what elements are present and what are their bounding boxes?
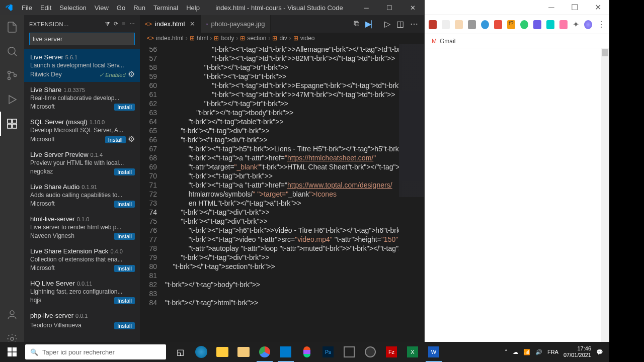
extensions-puzzle-icon[interactable]: ✦ <box>573 20 579 29</box>
chrome-profile-avatar[interactable] <box>584 20 592 29</box>
breadcrumb[interactable]: <> index.html› ⊞html› ⊞body› ⊞section› ⊞… <box>140 33 424 44</box>
extension-item[interactable]: html-live-server0.1.0 Live server to ren… <box>24 211 140 243</box>
extension-item[interactable]: Live Server5.6.1 Launch a development lo… <box>24 49 140 82</box>
code-editor[interactable]: 5657585960616263646566676869707172737475… <box>140 44 424 351</box>
close-tab-icon[interactable]: ✕ <box>190 20 195 28</box>
ext-icon[interactable] <box>559 20 568 29</box>
menu-edit[interactable]: Edit <box>36 4 55 12</box>
more-icon[interactable]: ⋯ <box>129 21 135 27</box>
extension-item[interactable]: HQ Live Server0.0.11 Lightning fast, zer… <box>24 276 140 308</box>
chrome-minimize-button[interactable]: ─ <box>540 0 563 15</box>
svg-point-11 <box>11 337 14 340</box>
ext-icon[interactable] <box>481 20 489 29</box>
tray-language[interactable]: FRA <box>547 349 558 355</box>
tab-photo-paysage[interactable]: ▫ photo-paysage.jpg <box>201 15 270 33</box>
taskbar-photoshop-icon[interactable]: Ps <box>318 342 338 362</box>
tray-chevron-icon[interactable]: ˄ <box>505 349 508 355</box>
open-preview-icon[interactable]: ▶⎸ <box>365 19 378 29</box>
tray-notifications-icon[interactable]: 💬 <box>596 349 603 355</box>
ext-icon[interactable] <box>455 20 463 29</box>
taskbar-figma-icon[interactable] <box>297 342 317 362</box>
svg-marker-5 <box>9 96 16 104</box>
menu-go[interactable]: Go <box>113 4 129 12</box>
clear-icon[interactable]: ≡ <box>122 21 125 27</box>
extension-item[interactable]: php-live-server0.0.1 Teodoro VillanuevaI… <box>24 308 140 333</box>
taskbar-search-input[interactable]: 🔍 Taper ici pour rechercher <box>25 344 166 359</box>
compare-icon[interactable]: ⧉ <box>354 19 359 29</box>
tray-volume-icon[interactable]: 🔊 <box>535 349 542 355</box>
menu-run[interactable]: Run <box>129 4 149 12</box>
run-icon[interactable]: ▷ <box>384 19 390 29</box>
menu-terminal[interactable]: Terminal <box>149 4 182 12</box>
svg-rect-7 <box>8 124 12 128</box>
ext-icon[interactable] <box>520 20 528 29</box>
editor-tabs: <> index.html ✕ ▫ photo-paysage.jpg ⧉ ▶⎸… <box>140 15 424 33</box>
maximize-button[interactable]: ☐ <box>378 0 401 15</box>
vscode-logo-icon <box>0 4 18 12</box>
menu-view[interactable]: View <box>91 4 113 12</box>
svg-rect-13 <box>13 347 17 351</box>
chrome-toolbar: f? ✦ ⋮ <box>425 15 609 34</box>
taskbar-word-icon[interactable]: W <box>424 342 444 362</box>
activity-account-icon[interactable] <box>0 303 24 327</box>
ext-icon[interactable] <box>494 20 502 29</box>
taskbar-folder-icon[interactable] <box>233 342 254 362</box>
chrome-close-button[interactable]: ✕ <box>586 0 609 15</box>
minimize-button[interactable]: ─ <box>355 0 378 15</box>
activity-search-icon[interactable] <box>0 39 24 63</box>
start-button[interactable] <box>0 342 24 362</box>
activity-explorer-icon[interactable] <box>0 15 24 39</box>
ext-icon[interactable] <box>468 20 476 29</box>
svg-line-1 <box>14 53 17 56</box>
search-icon: 🔍 <box>30 348 38 356</box>
svg-rect-9 <box>13 119 17 123</box>
svg-point-4 <box>14 74 17 77</box>
tab-index-html[interactable]: <> index.html ✕ <box>140 15 201 33</box>
svg-rect-8 <box>13 124 17 128</box>
svg-rect-6 <box>8 119 12 123</box>
filter-icon[interactable]: ⧩ <box>105 21 110 27</box>
activity-bar <box>0 15 24 351</box>
chrome-page-content <box>425 48 609 362</box>
activity-extensions-icon[interactable] <box>0 112 24 136</box>
taskbar-excel-icon[interactable]: X <box>403 342 423 362</box>
taskbar-explorer-icon[interactable] <box>212 342 232 362</box>
gmail-icon: M <box>432 38 437 45</box>
bookmark-gmail[interactable]: Gmail <box>440 38 455 45</box>
taskbar-app-icon[interactable] <box>339 342 359 362</box>
tray-wifi-icon[interactable]: 📶 <box>523 349 530 355</box>
ext-icon[interactable] <box>442 20 450 29</box>
taskbar-app-icon[interactable] <box>360 342 380 362</box>
activity-run-debug-icon[interactable] <box>0 87 24 112</box>
tab-label: index.html <box>155 20 185 28</box>
minimap[interactable] <box>399 44 424 351</box>
task-view-icon[interactable]: ◱ <box>170 342 190 362</box>
taskbar-chrome-icon[interactable] <box>255 342 275 362</box>
menu-help[interactable]: Help <box>182 4 204 12</box>
taskbar-filezilla-icon[interactable]: Fz <box>381 342 401 362</box>
tab-label: photo-paysage.jpg <box>211 20 265 28</box>
activity-source-control-icon[interactable] <box>0 63 24 87</box>
refresh-icon[interactable]: ⟳ <box>114 21 118 27</box>
tray-clock[interactable]: 17:46 07/01/2021 <box>564 345 591 358</box>
close-button[interactable]: ✕ <box>401 0 424 15</box>
ext-icon[interactable] <box>429 20 437 29</box>
extension-item[interactable]: Live Share1.0.3375 Real-time collaborati… <box>24 82 140 114</box>
extension-item[interactable]: Live Server Preview0.1.4 Preview your HT… <box>24 147 140 179</box>
menu-file[interactable]: File <box>18 4 36 12</box>
chrome-menu-icon[interactable]: ⋮ <box>597 20 605 29</box>
split-editor-icon[interactable]: ◫ <box>396 19 404 29</box>
extension-item[interactable]: Live Share Extension Pack0.4.0 Collectio… <box>24 243 140 276</box>
extension-item[interactable]: Live Share Audio0.1.91 Adds audio callin… <box>24 179 140 211</box>
chrome-scrollbar[interactable] <box>601 48 609 362</box>
taskbar-edge-icon[interactable] <box>191 342 211 362</box>
ext-icon[interactable] <box>533 20 541 29</box>
chrome-maximize-button[interactable]: ☐ <box>563 0 586 15</box>
more-actions-icon[interactable]: ⋯ <box>410 19 418 29</box>
extension-item[interactable]: SQL Server (mssql)1.10.0 Develop Microso… <box>24 114 140 147</box>
tray-onedrive-icon[interactable]: ☁ <box>513 349 518 355</box>
extension-search-input[interactable] <box>29 33 135 45</box>
taskbar-vscode-icon[interactable] <box>276 342 296 362</box>
menu-selection[interactable]: Selection <box>55 4 90 12</box>
ext-icon[interactable] <box>546 20 554 29</box>
